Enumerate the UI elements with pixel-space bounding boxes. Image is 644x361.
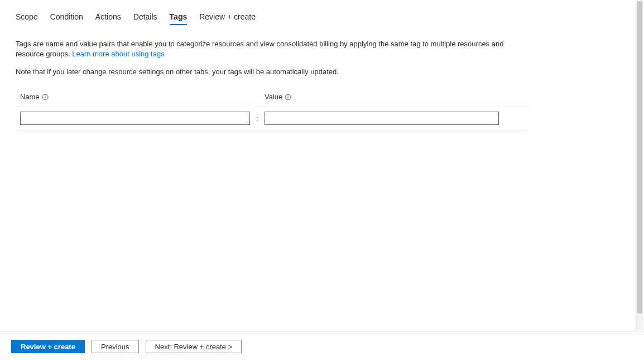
tab-condition[interactable]: Condition: [50, 12, 83, 25]
svg-point-1: [45, 95, 45, 96]
footer-bar: Review + create Previous Next: Review + …: [0, 331, 644, 361]
tags-row: :: [16, 107, 529, 131]
tag-separator: :: [250, 114, 265, 123]
scrollbar-thumb[interactable]: [637, 1, 642, 314]
tab-tags[interactable]: Tags: [170, 12, 188, 25]
column-header-value-label: Value: [265, 93, 282, 101]
tab-details[interactable]: Details: [133, 12, 157, 25]
scrollbar[interactable]: [636, 0, 643, 330]
tags-header-row: Name Value: [16, 93, 529, 107]
tab-review-create[interactable]: Review + create: [199, 12, 256, 25]
tags-note: Note that if you later change resource s…: [16, 67, 625, 77]
tag-name-input[interactable]: [20, 112, 250, 125]
tag-value-input[interactable]: [265, 112, 499, 125]
tags-table: Name Value: [16, 93, 529, 131]
next-button[interactable]: Next: Review + create >: [146, 340, 242, 353]
tab-bar: Scope Condition Actions Details Tags Rev…: [16, 0, 625, 29]
column-header-name: Name: [16, 93, 250, 101]
info-icon[interactable]: [285, 94, 291, 100]
learn-more-link[interactable]: Learn more about using tags: [72, 50, 165, 58]
review-create-button[interactable]: Review + create: [11, 340, 85, 353]
previous-button[interactable]: Previous: [92, 340, 139, 353]
tags-description: Tags are name and value pairs that enabl…: [16, 39, 518, 59]
tab-actions[interactable]: Actions: [95, 12, 121, 25]
column-header-name-label: Name: [20, 93, 40, 101]
svg-point-4: [288, 95, 289, 96]
tab-scope[interactable]: Scope: [16, 12, 38, 25]
column-header-value: Value: [265, 93, 499, 101]
info-icon[interactable]: [42, 94, 49, 100]
